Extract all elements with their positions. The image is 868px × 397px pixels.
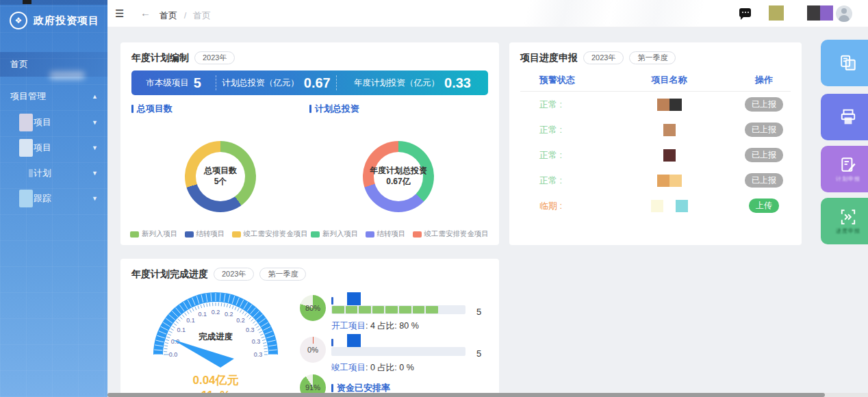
table-row: 正常 :已上报 [520, 92, 791, 117]
panel-completion-progress: 年度计划完成进度 2023年 第一季度 0.00.00.10.10.10.20.… [120, 259, 499, 397]
redaction-block [663, 149, 676, 162]
quick-action-print-button[interactable] [821, 94, 868, 140]
legend-item[interactable]: 新列入项目 [130, 229, 178, 239]
bar-accent-tick [331, 297, 333, 305]
redacted-badge-purple[interactable] [820, 5, 833, 21]
back-arrow-icon[interactable]: ← [140, 7, 151, 18]
legend-item[interactable]: 结转项目 [185, 229, 225, 239]
scrollbar-thumb[interactable] [107, 393, 825, 397]
donut-chart-annual-investment[interactable]: 年度计划总投资 0.67亿 [363, 141, 434, 212]
column-action: 操作 [737, 74, 791, 86]
stat-annual-investment: 年度计划投资（亿元） 0.33 [337, 75, 488, 91]
project-name-redacted [601, 124, 737, 136]
fast-forward-brackets-icon [839, 208, 857, 226]
bar-segment [385, 348, 398, 355]
redaction-block [19, 114, 33, 131]
quick-action-progress-declare-button[interactable]: 进度申报 [821, 198, 868, 244]
bar-segment [413, 306, 425, 313]
reported-button[interactable]: 已上报 [745, 97, 783, 112]
bar-segment [439, 348, 452, 355]
breadcrumb-current[interactable]: 首页 [159, 10, 177, 21]
bar-segment [372, 306, 385, 313]
bar-segment [332, 348, 344, 355]
column-project-name: 项目名称 [601, 74, 737, 86]
sidebar-subitem-项目[interactable]: 项目▼ [0, 135, 107, 160]
progress-bar-started [331, 305, 465, 314]
legend-swatch [232, 231, 241, 238]
section-accent-bar [331, 384, 333, 392]
bar-segment [426, 348, 438, 355]
sidebar-subitem-计划[interactable]: 计划▼ [0, 160, 107, 185]
breadcrumb-root[interactable]: 首页 [193, 10, 211, 21]
svg-text:0.2: 0.2 [236, 317, 245, 324]
printer-icon [839, 108, 857, 126]
donut-chart-total-projects[interactable]: 总项目数 5个 [185, 141, 256, 212]
bar-segment [399, 348, 411, 355]
table-row: 临期 :上传 [520, 193, 791, 218]
upload-button[interactable]: 上传 [749, 198, 779, 213]
year-filter-badge[interactable]: 2023年 [583, 51, 624, 64]
message-icon[interactable] [739, 8, 751, 17]
sidebar-top-notch [23, 0, 31, 4]
project-name-redacted [601, 175, 737, 187]
reported-button[interactable]: 已上报 [745, 123, 783, 137]
chevron-down-icon: ▼ [92, 195, 98, 202]
topbar: ☰ ← 首页 / 首页 [107, 0, 868, 27]
horizontal-scrollbar[interactable] [107, 393, 868, 397]
panel-progress-report: 项目进度申报 2023年 第一季度 预警状态 项目名称 操作 正常 :已上报正常… [509, 42, 802, 245]
redaction-block [657, 99, 669, 111]
table-row: 正常 :已上报 [520, 168, 791, 193]
sidebar-subitem-项目[interactable]: 项目▼ [0, 110, 107, 135]
user-avatar[interactable] [836, 5, 852, 22]
bar-segment [413, 348, 425, 355]
reported-button[interactable]: 已上报 [745, 173, 783, 188]
legend-swatch [185, 231, 194, 238]
year-filter-badge[interactable]: 2023年 [194, 51, 235, 64]
quick-action-plan-compile-button[interactable] [821, 40, 868, 86]
donut-center-label: 年度计划总投资 0.67亿 [363, 141, 434, 212]
warning-status: 正常 : [520, 149, 601, 162]
legend-item[interactable]: 竣工需安排资金项目 [232, 229, 309, 239]
redacted-badge-olive[interactable] [769, 5, 784, 21]
sidebar-group-project-management[interactable]: 项目管理 ▲ [0, 84, 107, 110]
bar-segment [439, 306, 452, 313]
redacted-badge-dark[interactable] [807, 5, 820, 21]
gauge-title: 完成进度 [175, 331, 257, 343]
donut-center-label: 总项目数 5个 [185, 141, 256, 212]
quick-action-plan-declare-button[interactable]: 计划申报 [821, 146, 868, 192]
panel-progress-report-title: 项目进度申报 [520, 52, 578, 64]
sidebar-top-strip [0, 0, 107, 5]
legend-item[interactable]: 新列入项目 [311, 229, 359, 239]
reported-button[interactable]: 已上报 [745, 148, 783, 162]
warning-status: 正常 : [520, 99, 601, 111]
warning-status: 正常 : [520, 124, 601, 136]
stat-total-investment: 计划总投资（亿元） 0.67 [216, 75, 336, 91]
bar-segment [359, 306, 371, 313]
breadcrumb: 首页 / 首页 [159, 10, 211, 22]
chevron-up-icon: ▲ [92, 93, 98, 100]
svg-text:0.2: 0.2 [225, 311, 233, 318]
report-table-header: 预警状态 项目名称 操作 [520, 74, 791, 92]
quick-action-label: 计划申报 [836, 175, 860, 183]
sidebar-menu: 首页 项目管理 ▲ 项目▼项目▼计划▼跟踪▼ [0, 52, 107, 211]
quick-action-label: 进度申报 [836, 227, 860, 235]
section-total-projects: 总项目数 [131, 103, 173, 115]
project-name-redacted [601, 149, 737, 162]
legend-item[interactable]: 结转项目 [366, 229, 406, 239]
app-title: 政府投资项目 [34, 14, 99, 27]
sidebar-subitem-跟踪[interactable]: 跟踪▼ [0, 185, 107, 211]
legend-swatch [311, 231, 320, 238]
sidebar: ❖ 政府投资项目 首页 项目管理 ▲ 项目▼项目▼计划▼跟踪▼ [0, 0, 107, 397]
legend-item[interactable]: 竣工需安排资金项目 [413, 229, 489, 239]
bar-accent-tick [331, 339, 333, 346]
mini-pie-completed: 0% [300, 337, 326, 363]
gauge-needle [173, 340, 234, 368]
sidebar-collapse-icon[interactable]: ☰ [115, 8, 124, 20]
redacted-bar-marker [347, 292, 361, 305]
stat-city-projects: 市本级项目 5 [131, 75, 216, 91]
quarter-filter-badge[interactable]: 第一季度 [629, 51, 676, 64]
svg-text:0.3: 0.3 [254, 351, 263, 358]
warning-status: 临期 : [520, 200, 601, 212]
sidebar-item-home[interactable]: 首页 [0, 52, 107, 77]
table-row: 正常 :已上报 [520, 142, 791, 168]
